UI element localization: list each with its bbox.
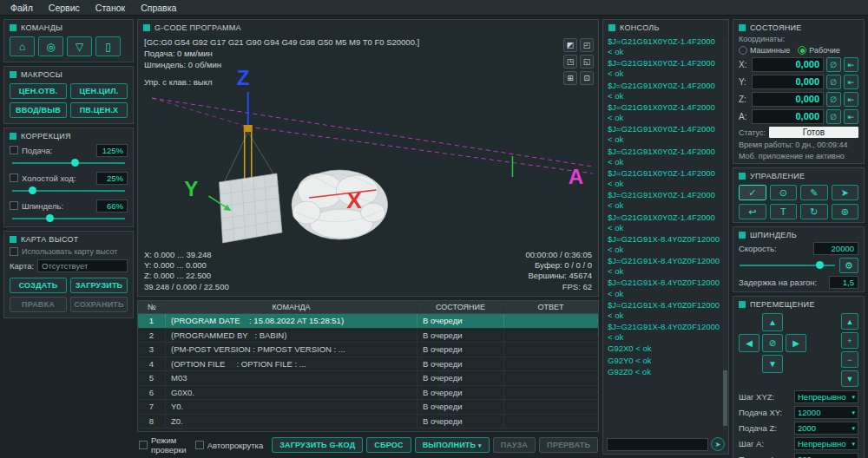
run-button[interactable]: ➤ <box>832 185 859 200</box>
program-button[interactable]: ПРЕРВАТЬ <box>539 437 598 453</box>
menu-item[interactable]: Справка <box>134 2 183 14</box>
correction-value[interactable]: 125% <box>96 144 128 157</box>
coords-mode-radio[interactable]: Машинные <box>739 46 790 55</box>
fit-all-button[interactable]: ⊞ <box>563 71 577 85</box>
table-row[interactable]: 5 M03 В очереди <box>138 371 598 386</box>
jog-y-minus-button[interactable]: ▼ <box>762 355 783 373</box>
jog-setting-select[interactable]: 2000▾ <box>794 422 858 435</box>
heightmap-button[interactable]: ЗАГРУЗИТЬ <box>70 278 128 293</box>
heightmap-button[interactable]: ПРАВКА <box>10 297 67 312</box>
spindle-speed-slider[interactable] <box>739 260 836 271</box>
heightmap-button[interactable]: СОЗДАТЬ <box>10 278 67 293</box>
coords-mode-radio[interactable]: Рабочие <box>798 46 839 55</box>
spinup-delay-value[interactable]: 1,5 <box>829 276 858 289</box>
table-row[interactable]: 2 (PROGRAMMED BY : BABIN) В очереди <box>138 329 598 344</box>
autoscroll-checkbox[interactable] <box>195 441 204 449</box>
table-header-cell[interactable]: КОМАНДА <box>166 301 418 313</box>
menu-item[interactable]: Сервис <box>42 2 87 14</box>
gear-icon: ⚙ <box>845 260 853 272</box>
jog-setting-select[interactable]: Непрерывно▾ <box>794 390 858 403</box>
check-mode-checkbox[interactable] <box>139 441 148 449</box>
jog-a-plus-button[interactable]: + <box>841 332 858 349</box>
use-heightmap-checkbox[interactable] <box>10 247 18 256</box>
edit-log-button[interactable]: ✎ <box>800 185 828 200</box>
tool-change-button[interactable]: T <box>770 204 798 219</box>
table-header-cell[interactable]: ОТВЕТ <box>504 301 598 313</box>
spindle-settings-button[interactable]: ⚙ <box>839 258 858 273</box>
restart-button[interactable]: ↻ <box>800 204 828 219</box>
macro-button[interactable]: ПВ.ЦЕН.Х <box>70 102 128 118</box>
correction-slider[interactable] <box>11 186 126 196</box>
slider-handle[interactable] <box>816 261 824 269</box>
spindle-speed-value[interactable]: 20000 <box>813 242 858 255</box>
table-row[interactable]: 7 Y0. В очереди <box>138 400 598 415</box>
heightmap-button[interactable]: СОХРАНИТЬ <box>70 297 128 312</box>
zero-axis-button[interactable]: ∅ <box>826 75 841 89</box>
jog-z-minus-button[interactable]: ▼ <box>841 370 858 387</box>
menu-item[interactable]: Станок <box>89 2 132 14</box>
program-button[interactable]: ВЫПОЛНИТЬ ▾ <box>415 437 490 453</box>
view-isometric-button[interactable]: ◩ <box>563 38 577 52</box>
correction-slider[interactable] <box>11 158 126 168</box>
correction-checkbox[interactable] <box>10 146 18 154</box>
chevron-down-icon: ▾ <box>478 442 482 448</box>
zero-axis-button[interactable]: ∅ <box>826 109 841 124</box>
search-button[interactable]: ⊙ <box>770 185 798 200</box>
table-row[interactable]: 1 (PROGRAM DATE : 15.08.2022 AT 15:28:51… <box>138 314 598 329</box>
view-front-button[interactable]: ◳ <box>563 55 577 69</box>
zero-axis-button[interactable]: ∅ <box>826 92 841 107</box>
table-header-cell[interactable]: СОСТОЯНИЕ <box>418 301 504 313</box>
unlock-button[interactable]: ⊛ <box>832 204 859 219</box>
jog-a-minus-button[interactable]: − <box>841 351 858 368</box>
restore-axis-button[interactable]: ⇤ <box>844 75 858 89</box>
macro-button[interactable]: ЦЕН.ЦИЛ. <box>70 83 128 99</box>
check-gcode-button[interactable]: ✓ <box>739 185 766 200</box>
visualizer-3d[interactable]: Z Y <box>139 35 597 295</box>
program-button[interactable]: ПАУЗА <box>493 437 536 453</box>
correction-checkbox[interactable] <box>10 201 18 210</box>
correction-checkbox[interactable] <box>10 173 18 182</box>
table-header-cell[interactable]: № <box>138 301 166 313</box>
bounds-overlay: X: 0.000 ... 39.248Y: 0.000 ... 0.000Z: … <box>144 250 229 292</box>
console-log[interactable]: $J=G21G91X0Y0Z-1.4F2000 < ok$J=G21G91X0Y… <box>603 35 728 435</box>
jog-y-plus-button[interactable]: ▲ <box>762 313 783 331</box>
console-input[interactable] <box>607 438 708 451</box>
home-button[interactable]: ⌂ <box>10 36 35 56</box>
console-send-button[interactable]: ➤ <box>711 437 725 451</box>
jog-setting-select[interactable]: Непрерывно▾ <box>794 437 858 450</box>
console-scrollbar[interactable] <box>723 37 727 431</box>
macro-button[interactable]: ВВОД/ВЫВ <box>10 102 67 118</box>
table-row[interactable]: 3 (PM-POST VERSION : PMPOST VERSION : ..… <box>138 343 598 357</box>
restore-axis-button[interactable]: ⇤ <box>844 92 858 107</box>
menu-item[interactable]: Файл <box>3 2 40 14</box>
table-row[interactable]: 8 Z0. В очереди <box>138 415 598 429</box>
return-origin-button[interactable]: ↩ <box>739 204 766 219</box>
table-row[interactable]: 4 (OPTION FILE : OPTION FILE : ... В оче… <box>138 357 598 372</box>
restore-axis-button[interactable]: ⇤ <box>844 57 858 72</box>
view-left-button[interactable]: ◱ <box>580 55 594 69</box>
correction-value[interactable]: 25% <box>96 172 128 185</box>
jog-setting-select[interactable]: 360▾ <box>794 453 858 458</box>
fit-selection-button[interactable]: ⊡ <box>580 71 594 85</box>
view-top-button[interactable]: ◰ <box>580 38 594 52</box>
jog-x-plus-button[interactable]: ▶ <box>786 334 806 352</box>
table-row[interactable]: 6 G0X0. В очереди <box>138 386 598 401</box>
macro-button[interactable]: ЦЕН.ОТВ. <box>10 83 67 99</box>
jog-x-minus-button[interactable]: ◀ <box>739 334 760 352</box>
gcode-state-overlay: [GC:G0 G54 G92 G17 G21 G90 G94 G49 G98 G… <box>144 37 419 88</box>
scrollbar-thumb[interactable] <box>723 370 727 426</box>
program-button[interactable]: СБРОС <box>366 437 411 453</box>
zero-point-button[interactable]: ◎ <box>38 36 63 56</box>
jog-setting-select[interactable]: 12000▾ <box>794 406 858 419</box>
mobile-app-button[interactable]: ▯ <box>95 36 121 56</box>
probe-button[interactable]: ▽ <box>67 36 92 56</box>
console-panel: КОНСОЛЬ $J=G21G91X0Y0Z-1.4F2000 < ok$J=G… <box>602 19 729 455</box>
zero-axis-button[interactable]: ∅ <box>826 57 841 72</box>
correction-value[interactable]: 66% <box>96 200 128 213</box>
correction-slider[interactable] <box>11 213 126 224</box>
row-command: (PROGRAMMED BY : BABIN) <box>166 329 418 342</box>
restore-axis-button[interactable]: ⇤ <box>844 109 858 124</box>
jog-z-plus-button[interactable]: ▲ <box>841 313 858 330</box>
jog-stop-button[interactable]: ⊘ <box>762 334 783 352</box>
program-button[interactable]: ЗАГРУЗИТЬ G-КОД <box>272 437 363 453</box>
